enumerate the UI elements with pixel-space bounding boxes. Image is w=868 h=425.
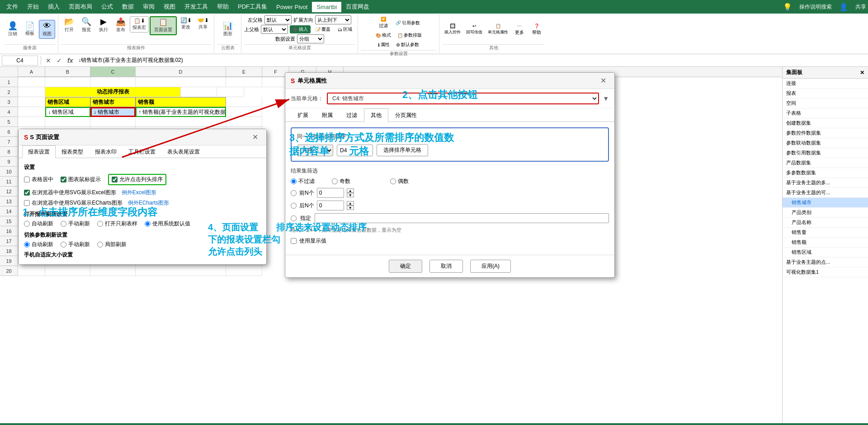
cell-A20[interactable] bbox=[18, 266, 45, 276]
radio-system-default[interactable]: 使用系统默认值 bbox=[145, 220, 190, 228]
cell-E5[interactable] bbox=[226, 117, 262, 127]
cell-D3[interactable]: 销售额 bbox=[136, 97, 226, 107]
col-header-B[interactable]: B bbox=[45, 67, 90, 77]
sort-direction-select[interactable]: 升序 降序 bbox=[297, 145, 333, 156]
col-header-D[interactable]: D bbox=[136, 67, 226, 77]
menu-item-review[interactable]: 审阅 bbox=[138, 1, 159, 13]
back-spin-up-btn[interactable]: ▲ bbox=[347, 201, 354, 205]
radio-switch-auto-input[interactable] bbox=[24, 242, 30, 248]
menu-item-file[interactable]: 文件 bbox=[2, 1, 23, 13]
back-n-spinner[interactable]: ▲ ▼ bbox=[347, 201, 354, 210]
row-header-12[interactable]: 12 bbox=[0, 187, 18, 196]
radio-open-refresh-input[interactable] bbox=[97, 221, 103, 227]
row-header-16[interactable]: 16 bbox=[0, 226, 18, 236]
row-header-7[interactable]: 7 bbox=[0, 137, 18, 147]
panel-item-sales-qty[interactable]: 销售量 bbox=[783, 228, 868, 238]
checkbox-allow-sort-input[interactable] bbox=[112, 177, 118, 182]
radio-even[interactable] bbox=[390, 178, 396, 184]
fx-btn[interactable]: fx bbox=[66, 56, 75, 65]
row-header-18[interactable]: 18 bbox=[0, 246, 18, 256]
tab-report-type[interactable]: 报表类型 bbox=[56, 145, 89, 158]
radio-open-refresh[interactable]: 打开只刷表样 bbox=[97, 220, 137, 228]
ok-btn[interactable]: 确定 bbox=[389, 260, 422, 273]
radio-switch-auto[interactable]: 自动刷新 bbox=[24, 241, 53, 248]
btn-param-layout[interactable]: 📋 参数排版 bbox=[395, 31, 424, 40]
use-display-checkbox[interactable] bbox=[291, 238, 297, 244]
cell-E3[interactable] bbox=[226, 97, 262, 107]
row-header-8[interactable]: 8 bbox=[0, 147, 18, 157]
cell-C4[interactable]: ↓ 销售城市 bbox=[90, 107, 136, 117]
menu-item-help[interactable]: 帮助 bbox=[212, 1, 233, 13]
col-header-E[interactable]: E bbox=[226, 67, 262, 77]
sort-cell-input[interactable] bbox=[337, 145, 373, 156]
row-header-13[interactable]: 13 bbox=[0, 196, 18, 206]
btn-page-settings[interactable]: 📋 页面设置 bbox=[150, 16, 177, 35]
row-header-4[interactable]: 4 bbox=[0, 107, 18, 117]
btn-insert-ctrl[interactable]: 🔲 插入控件 bbox=[442, 22, 463, 37]
echarts-exception-link[interactable]: 例外ECharts图形 bbox=[128, 199, 169, 207]
tab-toolbar-settings[interactable]: 工具栏设置 bbox=[123, 145, 161, 158]
panel-item-product[interactable]: 产品数据集 bbox=[783, 158, 868, 168]
panel-item-param-link[interactable]: 参数联动数据集 bbox=[783, 138, 868, 148]
back-spin-down-btn[interactable]: ▼ bbox=[347, 205, 354, 210]
radio-switch-manual[interactable]: 手动刷新 bbox=[61, 241, 90, 248]
cell-C1[interactable] bbox=[90, 77, 136, 87]
btn-chart[interactable]: 📊 图形 bbox=[220, 20, 236, 38]
panel-item-create-dataset[interactable]: 创建数据集 bbox=[783, 118, 868, 128]
row-header-19[interactable]: 19 bbox=[0, 256, 18, 266]
btn-macro[interactable]: 📋⬇ 报表宏 bbox=[130, 16, 149, 33]
radio-switch-partial[interactable]: 局部刷新 bbox=[97, 241, 127, 248]
col-header-A[interactable]: A bbox=[18, 67, 45, 77]
btn-help[interactable]: ❓ 帮助 bbox=[528, 22, 545, 37]
menu-item-insert[interactable]: 插入 bbox=[43, 1, 64, 13]
tab-report-settings[interactable]: 报表设置 bbox=[22, 145, 56, 158]
btn-logout[interactable]: 👤 注销 bbox=[5, 20, 21, 38]
panel-item-subtable[interactable]: 子表格 bbox=[783, 108, 868, 118]
tab-attached[interactable]: 附属 bbox=[315, 108, 340, 122]
menu-item-smartbi[interactable]: Smartbi bbox=[312, 2, 341, 12]
btn-more[interactable]: ⋯ 更多 bbox=[511, 22, 528, 37]
row-header-14[interactable]: 14 bbox=[0, 206, 18, 216]
cell-F2[interactable] bbox=[217, 87, 244, 97]
tab-watermark[interactable]: 报表水印 bbox=[89, 145, 123, 158]
row-header-17[interactable]: 17 bbox=[0, 236, 18, 246]
cell-ref-box[interactable] bbox=[2, 56, 38, 65]
menu-item-view[interactable]: 视图 bbox=[159, 1, 180, 13]
radio-switch-manual-input[interactable] bbox=[61, 242, 66, 248]
panel-item-space[interactable]: 空间 bbox=[783, 98, 868, 108]
cell-C20[interactable] bbox=[90, 266, 136, 276]
btn-insert[interactable]: ➕ 插入 bbox=[290, 25, 311, 33]
row-header-15[interactable]: 15 bbox=[0, 216, 18, 226]
tab-expand[interactable]: 扩展 bbox=[291, 108, 315, 122]
confirm-formula-btn[interactable]: ✓ bbox=[55, 56, 64, 65]
data-settings-select[interactable]: 分组 bbox=[297, 34, 324, 43]
row-header-9[interactable]: 9 bbox=[0, 157, 18, 167]
panel-item-sales-amount[interactable]: 销售额 bbox=[783, 238, 868, 248]
toolbar-icon-user[interactable]: 👤 bbox=[839, 3, 848, 11]
panel-item-biz-multi[interactable]: 基于业务主题的多... bbox=[783, 178, 868, 188]
btn-overwrite[interactable]: 📝 覆盖 bbox=[312, 25, 333, 33]
btn-publish[interactable]: 📤 发布 bbox=[113, 16, 129, 34]
btn-view[interactable]: 👁 视图 bbox=[39, 20, 55, 39]
btn-change[interactable]: 🔄⬇ 更改 bbox=[178, 16, 194, 32]
cell-dropdown-icon[interactable]: ▼ bbox=[603, 95, 609, 102]
front-n-spinner[interactable]: ▲ ▼ bbox=[347, 188, 354, 197]
btn-execute[interactable]: ▶ 执行 bbox=[95, 16, 112, 34]
checkbox-svg-echarts-input[interactable] bbox=[24, 200, 30, 206]
radio-front-n[interactable] bbox=[291, 190, 297, 196]
front-n-input[interactable] bbox=[317, 188, 344, 198]
cell-D4[interactable]: ↑ 销售额(基于业务主题的可视化数据集02) bbox=[136, 107, 226, 117]
cell-B1[interactable] bbox=[45, 77, 90, 87]
toolbar-label-share[interactable]: 共享 bbox=[855, 3, 866, 11]
panel-item-sales-region[interactable]: 销售区域 bbox=[783, 248, 868, 257]
excel-exception-link[interactable]: 例外Excel图形 bbox=[122, 189, 156, 196]
radio-auto-refresh[interactable]: 自动刷新 bbox=[24, 220, 53, 228]
toolbar-icon-bulb[interactable]: 💡 bbox=[783, 3, 792, 11]
radio-auto-refresh-input[interactable] bbox=[24, 221, 30, 227]
cell-A1[interactable] bbox=[18, 77, 45, 87]
cancel-btn[interactable]: 取消 bbox=[429, 260, 463, 273]
row-header-3[interactable]: 3 bbox=[0, 97, 18, 107]
left-parent-select[interactable]: 默认 bbox=[264, 15, 292, 24]
checkbox-table-center-input[interactable] bbox=[24, 177, 30, 182]
btn-format[interactable]: 🎨 格式 bbox=[373, 31, 393, 40]
